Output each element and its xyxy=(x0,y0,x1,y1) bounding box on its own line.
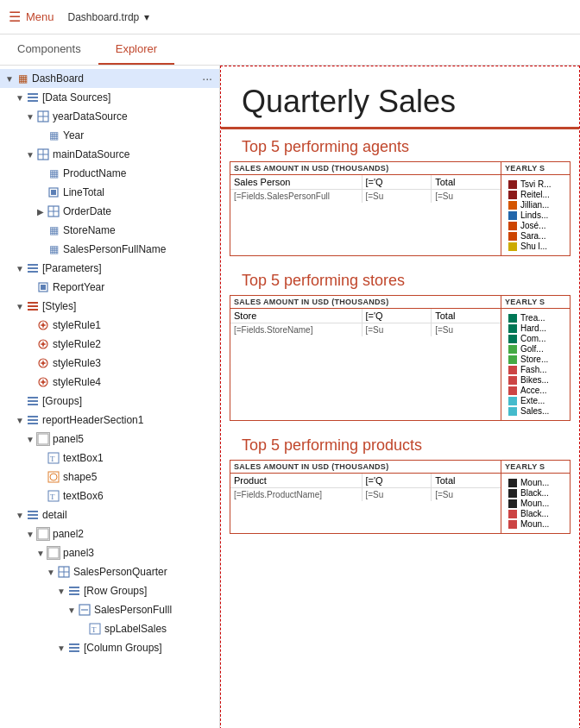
agents-data-person: [=Fields.SalesPersonFull xyxy=(230,190,362,203)
report-title: Quarterly Sales xyxy=(221,66,579,129)
svg-point-36 xyxy=(50,474,57,480)
tree-item-splabel[interactable]: TspLabelSales xyxy=(0,619,219,638)
tree-icon xyxy=(36,318,50,332)
products-header: Top 5 performing products xyxy=(221,428,579,460)
stores-legend: Trea...Hard...Com...Golf...Store...Fash.… xyxy=(501,309,570,420)
svg-rect-1 xyxy=(28,97,38,98)
legend-label: Golf... xyxy=(520,344,544,354)
tree-label: shape5 xyxy=(63,471,97,483)
legend-item: Moun... xyxy=(508,499,563,508)
expand-icon[interactable]: ▼ xyxy=(14,511,26,520)
tree-item-salesperson[interactable]: ▦SalesPersonFullName xyxy=(0,240,219,259)
products-data-total: [=Su xyxy=(432,488,501,501)
tree-label: panel3 xyxy=(63,547,94,559)
tree-item-year[interactable]: ▦Year xyxy=(0,126,219,145)
tree-item-datasources[interactable]: ▼[Data Sources] xyxy=(0,88,219,107)
tree-label: [Styles] xyxy=(42,300,76,312)
legend-label: Store... xyxy=(520,355,548,364)
expand-icon[interactable]: ▼ xyxy=(3,74,16,84)
tree-label: spLabelSales xyxy=(104,623,167,635)
tree-item-textbox1[interactable]: TtextBox1 xyxy=(0,449,219,468)
tree-icon xyxy=(26,91,40,104)
expand-icon[interactable]: ▼ xyxy=(55,643,67,653)
tree-label: panel2 xyxy=(53,528,84,540)
tree-item-linetotal[interactable]: LineTotal xyxy=(0,183,219,202)
hamburger-icon: ☰ xyxy=(9,9,21,25)
tree-label: [Column Groups] xyxy=(84,642,162,654)
svg-rect-32 xyxy=(38,434,48,444)
tree-item-dashboard[interactable]: ▼▦DashBoard··· xyxy=(0,69,219,88)
tree-item-maids[interactable]: ▼mainDataSource xyxy=(0,145,219,164)
file-label: Dashboard.trdp xyxy=(68,11,140,23)
file-tab[interactable]: Dashboard.trdp ▾ xyxy=(68,11,150,23)
tree-item-spfull[interactable]: ▼SalesPersonFulll xyxy=(0,600,219,619)
legend-item: Sales... xyxy=(508,406,563,416)
tree-label: SalesPersonFullName xyxy=(63,243,166,255)
tree-icon xyxy=(36,147,50,161)
canvas-area: Quarterly Sales Top 5 performing agents … xyxy=(220,66,580,728)
expand-icon[interactable]: ▼ xyxy=(24,530,36,539)
tree-item-styles[interactable]: ▼[Styles] xyxy=(0,297,219,316)
expand-icon[interactable]: ▼ xyxy=(66,606,78,615)
legend-item: Acce... xyxy=(508,386,563,395)
tree-icon: ▦ xyxy=(47,242,60,256)
tree-item-style4[interactable]: styleRule4 xyxy=(0,373,219,392)
tree-item-yeards[interactable]: ▼yearDataSource xyxy=(0,107,219,126)
tree-item-style1[interactable]: styleRule1 xyxy=(0,316,219,335)
tree-item-style2[interactable]: styleRule2 xyxy=(0,335,219,354)
more-options-button[interactable]: ··· xyxy=(202,72,212,85)
tree-icon xyxy=(36,110,50,123)
tree-item-panel2[interactable]: ▼panel2 xyxy=(0,524,219,543)
legend-color xyxy=(508,180,517,189)
agents-section: Top 5 performing agents SALES AMOUNT IN … xyxy=(221,129,579,256)
legend-label: José... xyxy=(520,221,545,230)
tree-item-textbox6[interactable]: TtextBox6 xyxy=(0,486,219,505)
tree-item-header[interactable]: ▼reportHeaderSection1 xyxy=(0,411,219,430)
expand-icon[interactable]: ▼ xyxy=(24,112,36,122)
svg-text:T: T xyxy=(50,455,55,463)
expand-icon[interactable]: ▼ xyxy=(14,416,26,425)
svg-rect-19 xyxy=(28,302,38,304)
tree-label: SalesPersonFulll xyxy=(94,604,172,616)
tree-item-groups[interactable]: [Groups] xyxy=(0,392,219,411)
tree-item-spq[interactable]: ▼SalesPersonQuarter xyxy=(0,562,219,581)
legend-color xyxy=(508,510,517,518)
agents-data-row: [=Fields.SalesPersonFull [=Su [=Su xyxy=(230,190,501,203)
tree-item-parameters[interactable]: ▼[Parameters] xyxy=(0,259,219,278)
expand-icon[interactable]: ▶ xyxy=(35,207,47,217)
expand-icon[interactable]: ▼ xyxy=(45,568,57,577)
legend-color xyxy=(508,211,517,220)
legend-label: Moun... xyxy=(520,478,549,487)
expand-icon[interactable]: ▼ xyxy=(24,150,36,160)
legend-item: Com... xyxy=(508,334,563,343)
expand-icon[interactable]: ▼ xyxy=(24,435,36,444)
left-panel: ▼▦DashBoard···▼[Data Sources]▼yearDataSo… xyxy=(0,66,220,728)
svg-text:T: T xyxy=(91,625,97,634)
menu-button[interactable]: ☰ Menu xyxy=(9,9,54,25)
tree-item-shape5[interactable]: shape5 xyxy=(0,468,219,486)
tree-item-panel5[interactable]: ▼panel5 xyxy=(0,430,219,449)
tree-item-detail[interactable]: ▼detail xyxy=(0,505,219,524)
legend-color xyxy=(508,345,517,354)
tree-label: [Groups] xyxy=(42,395,82,407)
tree-label: mainDataSource xyxy=(53,148,129,160)
tree-icon xyxy=(26,261,40,275)
tree-item-storename[interactable]: ▦StoreName xyxy=(0,221,219,240)
tree-item-colgroups[interactable]: ▼[Column Groups] xyxy=(0,638,219,657)
expand-icon[interactable]: ▼ xyxy=(35,549,47,558)
tab-explorer[interactable]: Explorer xyxy=(98,35,174,65)
tree-item-orderdate[interactable]: ▶OrderDate xyxy=(0,202,219,221)
tree-item-reportyear[interactable]: ReportYear xyxy=(0,278,219,297)
expand-icon[interactable]: ▼ xyxy=(14,264,26,273)
tree-icon xyxy=(67,641,81,655)
tab-components[interactable]: Components xyxy=(0,35,98,65)
tree-item-style3[interactable]: styleRule3 xyxy=(0,354,219,373)
tree-item-rowgroups[interactable]: ▼[Row Groups] xyxy=(0,581,219,600)
tree-item-productname[interactable]: ▦ProductName xyxy=(0,164,219,183)
expand-icon[interactable]: ▼ xyxy=(14,302,26,311)
expand-icon[interactable]: ▼ xyxy=(55,587,67,596)
legend-label: Com... xyxy=(520,334,545,343)
expand-icon[interactable]: ▼ xyxy=(14,93,26,103)
tree-item-panel3[interactable]: ▼panel3 xyxy=(0,543,219,562)
legend-label: Hard... xyxy=(520,323,546,333)
